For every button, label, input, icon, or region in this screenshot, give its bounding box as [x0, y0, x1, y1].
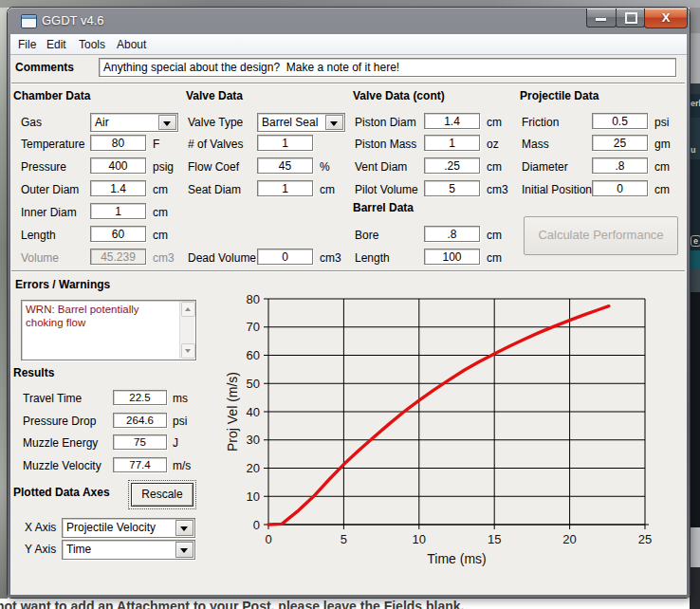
piston-mass-label: Piston Mass: [355, 138, 416, 151]
piston-mass-input[interactable]: [424, 135, 480, 151]
svg-text:15: 15: [488, 532, 501, 546]
svg-text:60: 60: [247, 348, 260, 362]
num-valves-input[interactable]: [257, 135, 313, 151]
app-icon: [21, 14, 37, 28]
friction-unit: psi: [654, 116, 669, 129]
muzzle-energy-output[interactable]: [113, 434, 167, 450]
friction-input[interactable]: [592, 113, 648, 129]
muzzle-energy-unit: J: [173, 436, 178, 450]
pressure-input[interactable]: [90, 157, 146, 174]
pilot-volume-unit: cm3: [487, 183, 508, 196]
num-valves-label: # of Valves: [188, 138, 243, 151]
arrow-down-icon: [185, 349, 191, 353]
close-icon: X: [645, 10, 687, 25]
menu-edit[interactable]: Edit: [43, 37, 70, 52]
volume-unit: cm3: [153, 251, 175, 265]
chevron-down-icon[interactable]: [158, 115, 176, 130]
scroll-down-button[interactable]: [181, 343, 195, 359]
seat-diam-input[interactable]: [257, 180, 313, 196]
menu-about[interactable]: About: [113, 37, 150, 52]
barrel-data-heading: Barrel Data: [353, 201, 414, 214]
temperature-input[interactable]: [90, 135, 146, 151]
initial-position-input[interactable]: [592, 180, 648, 196]
rescale-button[interactable]: Rescale: [131, 483, 193, 507]
valve-data-cont-heading: Valve Data (cont): [353, 89, 445, 102]
svg-text:Time (ms): Time (ms): [427, 551, 486, 566]
valve-data-heading: Valve Data: [186, 89, 243, 102]
pressure-label: Pressure: [21, 160, 66, 174]
bg-band: [690, 250, 700, 268]
arrow-up-icon: [185, 307, 191, 311]
svg-text:0: 0: [253, 518, 260, 532]
chevron-down-icon[interactable]: [175, 520, 193, 536]
svg-text:40: 40: [247, 405, 260, 419]
dead-volume-unit: cm3: [320, 251, 341, 265]
errors-warnings-box[interactable]: WRN: Barrel potentially choking flow: [21, 300, 196, 360]
vent-diam-input[interactable]: [424, 157, 480, 174]
piston-diam-label: Piston Diam: [355, 116, 416, 129]
dead-volume-label: Dead Volume: [188, 251, 256, 265]
svg-text:20: 20: [562, 532, 576, 546]
pressure-drop-label: Pressure Drop: [23, 415, 96, 428]
barrel-length-input[interactable]: [424, 249, 480, 265]
maximize-button[interactable]: [616, 9, 645, 28]
separator: [11, 83, 685, 84]
minimize-button[interactable]: [586, 9, 617, 28]
svg-text:25: 25: [638, 532, 652, 546]
chevron-down-icon[interactable]: [175, 542, 193, 558]
svg-text:80: 80: [247, 292, 260, 306]
menu-file[interactable]: File: [14, 37, 40, 52]
barrel-length-label: Length: [355, 251, 390, 265]
x-axis-label: X Axis: [25, 521, 56, 534]
comments-input[interactable]: [99, 58, 676, 77]
muzzle-velocity-output[interactable]: [113, 457, 167, 472]
y-axis-select[interactable]: Time: [62, 540, 195, 560]
bore-input[interactable]: [424, 226, 480, 242]
screen: erl u e not want to add an Attachment to…: [0, 0, 700, 609]
chevron-down-icon[interactable]: [325, 115, 343, 130]
travel-time-label: Travel Time: [23, 392, 82, 405]
inner-diam-input[interactable]: [90, 203, 146, 219]
x-axis-select[interactable]: Projectile Velocity: [62, 518, 195, 538]
friction-label: Friction: [522, 116, 559, 129]
muzzle-velocity-label: Muzzle Velocity: [23, 459, 101, 472]
menu-tools[interactable]: Tools: [75, 37, 109, 52]
bg-text-fragment: e: [691, 235, 700, 247]
bg-band: [690, 527, 700, 567]
mass-input[interactable]: [592, 135, 648, 151]
warning-text: WRN: Barrel potentially choking flow: [26, 303, 176, 330]
chamber-length-input[interactable]: [90, 226, 146, 242]
outer-diam-input[interactable]: [90, 180, 146, 196]
gas-selected-value: Air: [95, 116, 109, 129]
seat-diam-label: Seat Diam: [188, 183, 241, 196]
close-button[interactable]: X: [644, 9, 688, 28]
gas-select[interactable]: Air: [90, 113, 178, 132]
volume-output: [90, 249, 146, 265]
scrollbar[interactable]: [179, 302, 194, 359]
vent-diam-unit: cm: [487, 160, 502, 174]
pilot-volume-input[interactable]: [424, 180, 480, 196]
muzzle-energy-label: Muzzle Energy: [23, 436, 98, 450]
menu-bar: File Edit Tools About: [10, 34, 687, 55]
velocity-time-chart: 010203040506070800510152025Time (ms)Proj…: [218, 285, 673, 574]
valve-type-select[interactable]: Barrel Seal: [257, 113, 345, 132]
inner-diam-label: Inner Diam: [21, 206, 77, 219]
flow-coef-input[interactable]: [257, 157, 313, 174]
piston-diam-input[interactable]: [424, 113, 480, 129]
projectile-data-heading: Projectile Data: [520, 89, 599, 102]
svg-text:5: 5: [341, 532, 347, 546]
dead-volume-input[interactable]: [257, 249, 313, 265]
scroll-up-button[interactable]: [181, 302, 195, 317]
travel-time-output[interactable]: [113, 390, 167, 405]
pressure-drop-output[interactable]: [113, 413, 167, 428]
svg-text:0: 0: [265, 532, 271, 546]
piston-diam-unit: cm: [487, 116, 502, 129]
svg-text:70: 70: [247, 320, 260, 334]
calculate-performance-button[interactable]: Calculate Performance: [524, 216, 678, 255]
outer-diam-label: Outer Diam: [21, 183, 79, 196]
diameter-input[interactable]: [592, 157, 648, 174]
pressure-drop-unit: psi: [173, 415, 187, 428]
seat-diam-unit: cm: [320, 183, 335, 196]
bg-band: [690, 33, 700, 83]
results-heading: Results: [13, 366, 54, 379]
